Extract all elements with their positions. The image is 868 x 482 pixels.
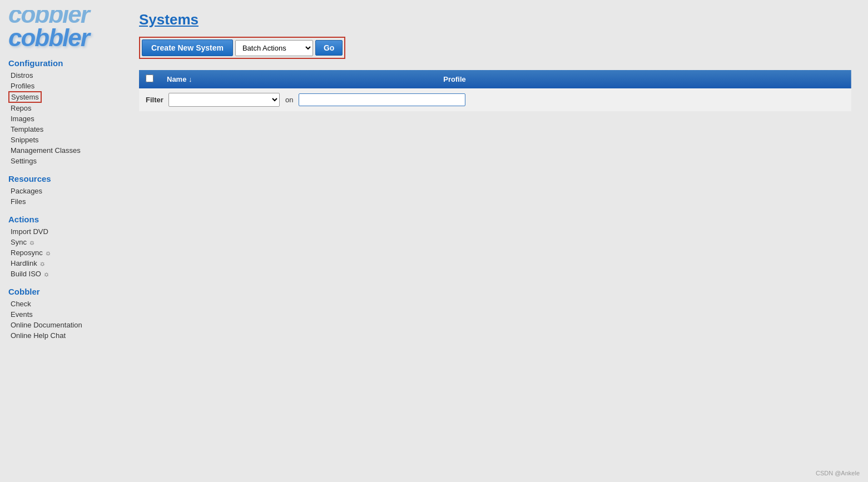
filter-label: Filter — [146, 96, 163, 104]
systems-table: Name ↓ Profile Filter on — [139, 70, 851, 111]
sidebar-item-files[interactable]: Files — [8, 196, 122, 207]
sidebar: cobbler cobbler Configuration Distros Pr… — [0, 0, 122, 482]
filter-cell: Filter on — [139, 88, 851, 111]
logo-text: cobbler — [8, 26, 122, 50]
header-profile-col: Profile — [437, 70, 851, 88]
sidebar-item-distros[interactable]: Distros — [8, 70, 122, 81]
sidebar-item-images[interactable]: Images — [8, 113, 122, 124]
sidebar-item-reposync[interactable]: Reposync ☼ — [8, 247, 122, 258]
filter-value-input[interactable] — [299, 93, 465, 106]
sidebar-item-snippets[interactable]: Snippets — [8, 135, 122, 145]
sidebar-item-sync[interactable]: Sync ☼ — [8, 237, 122, 247]
sidebar-item-packages[interactable]: Packages — [8, 186, 122, 196]
cobbler-section-title: Cobbler — [8, 287, 122, 296]
go-button[interactable]: Go — [315, 40, 343, 56]
logo-area: cobbler cobbler — [8, 6, 122, 50]
watermark: CSDN @Ankele — [816, 470, 860, 476]
sidebar-item-systems[interactable]: Systems — [8, 91, 42, 103]
sidebar-item-build-iso[interactable]: Build ISO ☼ — [8, 269, 122, 279]
sidebar-item-profiles[interactable]: Profiles — [8, 81, 122, 91]
main-content: Systems Create New System Batch Actions … — [122, 0, 868, 482]
resources-section-title: Resources — [8, 174, 122, 183]
actions-section-title: Actions — [8, 215, 122, 224]
create-new-system-button[interactable]: Create New System — [142, 39, 233, 56]
sidebar-item-templates[interactable]: Templates — [8, 124, 122, 135]
sidebar-item-online-docs[interactable]: Online Documentation — [8, 320, 122, 330]
header-checkbox-col — [139, 70, 160, 88]
sidebar-item-management-classes[interactable]: Management Classes — [8, 145, 122, 156]
sidebar-item-check[interactable]: Check — [8, 299, 122, 309]
sidebar-item-settings[interactable]: Settings — [8, 156, 122, 166]
sidebar-item-events[interactable]: Events — [8, 309, 122, 320]
sidebar-item-import-dvd[interactable]: Import DVD — [8, 226, 122, 237]
select-all-checkbox[interactable] — [146, 74, 153, 82]
page-title: Systems — [139, 11, 851, 28]
configuration-section-title: Configuration — [8, 58, 122, 68]
action-bar: Create New System Batch Actions Delete E… — [139, 37, 345, 59]
sidebar-item-online-help[interactable]: Online Help Chat — [8, 330, 122, 341]
filter-row: Filter on — [139, 88, 851, 111]
sidebar-item-repos[interactable]: Repos — [8, 103, 122, 113]
logo-top-partial: cobbler — [8, 10, 122, 27]
filter-field-select[interactable] — [168, 93, 280, 107]
table-header-row: Name ↓ Profile — [139, 70, 851, 88]
header-name-col[interactable]: Name ↓ — [160, 70, 437, 88]
filter-on-label: on — [285, 96, 293, 104]
sidebar-item-hardlink[interactable]: Hardlink ☼ — [8, 258, 122, 269]
batch-actions-select[interactable]: Batch Actions Delete Enable Netboot Disa… — [235, 40, 313, 56]
